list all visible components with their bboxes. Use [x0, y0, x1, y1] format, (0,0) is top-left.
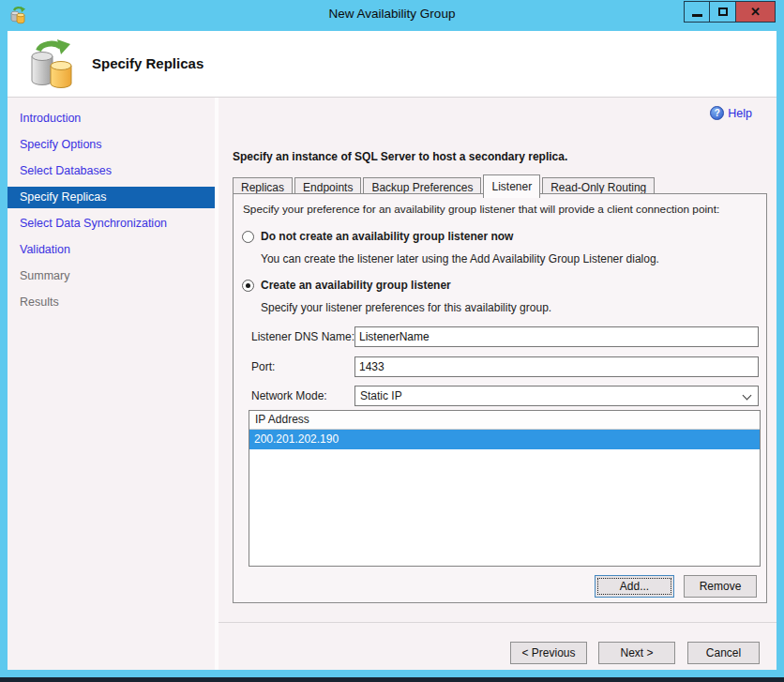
help-icon: ? — [710, 106, 724, 120]
window-controls: ✕ — [684, 1, 776, 23]
ip-address-row[interactable]: 200.201.202.190 — [249, 430, 760, 449]
minimize-button[interactable] — [684, 1, 710, 23]
wizard-steps-sidebar: Introduction Specify Options Select Data… — [8, 98, 215, 670]
sidebar-item-summary: Summary — [8, 263, 215, 289]
listener-dns-name-input[interactable] — [354, 326, 759, 347]
chevron-down-icon — [743, 391, 752, 401]
previous-button[interactable]: < Previous — [510, 642, 587, 664]
network-mode-value: Static IP — [360, 389, 402, 402]
radio-create-listener-description: Specify your listener preferences for th… — [261, 301, 551, 314]
radio-no-listener-description: You can create the listener later using … — [261, 252, 659, 265]
minimize-icon — [692, 14, 702, 17]
main-content: ? Help Specify an instance of SQL Server… — [219, 98, 776, 622]
listener-tab-panel: Specify your preference for an availabil… — [233, 193, 767, 603]
cancel-button[interactable]: Cancel — [687, 642, 760, 664]
listener-dns-name-label: Listener DNS Name: — [251, 330, 354, 343]
sidebar-item-validation[interactable]: Validation — [8, 236, 215, 263]
network-mode-select[interactable]: Static IP — [354, 386, 759, 406]
sidebar-item-select-databases[interactable]: Select Databases — [8, 158, 215, 184]
radio-no-listener-label[interactable]: Do not create an availability group list… — [261, 230, 513, 243]
radio-no-listener[interactable] — [242, 231, 254, 243]
sidebar-item-select-data-synchronization[interactable]: Select Data Synchronization — [8, 210, 215, 236]
next-button[interactable]: Next > — [598, 642, 675, 664]
desktop-edge-strip — [0, 677, 784, 682]
listener-intro-text: Specify your preference for an availabil… — [243, 203, 719, 216]
ip-address-list: IP Address 200.201.202.190 — [249, 410, 761, 567]
radio-create-listener-label[interactable]: Create an availability group listener — [261, 279, 451, 292]
wizard-header: Specify Replicas — [8, 31, 776, 98]
remove-button[interactable]: Remove — [684, 575, 757, 598]
replica-database-icon — [28, 38, 79, 93]
tab-listener[interactable]: Listener — [483, 174, 540, 198]
help-label: Help — [728, 107, 752, 120]
close-button[interactable]: ✕ — [736, 1, 776, 23]
wizard-footer: < Previous Next > Cancel — [219, 622, 776, 670]
radio-create-listener[interactable] — [242, 280, 254, 292]
port-input[interactable] — [354, 356, 759, 377]
add-button[interactable]: Add... — [595, 575, 674, 598]
dialog-window: New Availability Group ✕ — [0, 0, 784, 682]
window-title: New Availability Group — [0, 7, 784, 21]
page-title: Specify Replicas — [92, 55, 204, 71]
network-mode-label: Network Mode: — [251, 389, 327, 402]
titlebar[interactable]: New Availability Group ✕ — [0, 0, 784, 31]
sidebar-item-results: Results — [8, 289, 215, 315]
sidebar-item-specify-options[interactable]: Specify Options — [8, 131, 215, 158]
ip-address-column-header[interactable]: IP Address — [249, 411, 760, 430]
maximize-icon — [718, 8, 728, 16]
sidebar-item-specify-replicas[interactable]: Specify Replicas — [8, 187, 215, 208]
port-label: Port: — [251, 360, 275, 373]
close-icon: ✕ — [750, 5, 761, 19]
sidebar-item-introduction[interactable]: Introduction — [8, 105, 215, 131]
help-link[interactable]: ? Help — [710, 106, 752, 120]
instruction-text: Specify an instance of SQL Server to hos… — [233, 150, 567, 163]
maximize-button[interactable] — [710, 1, 736, 23]
